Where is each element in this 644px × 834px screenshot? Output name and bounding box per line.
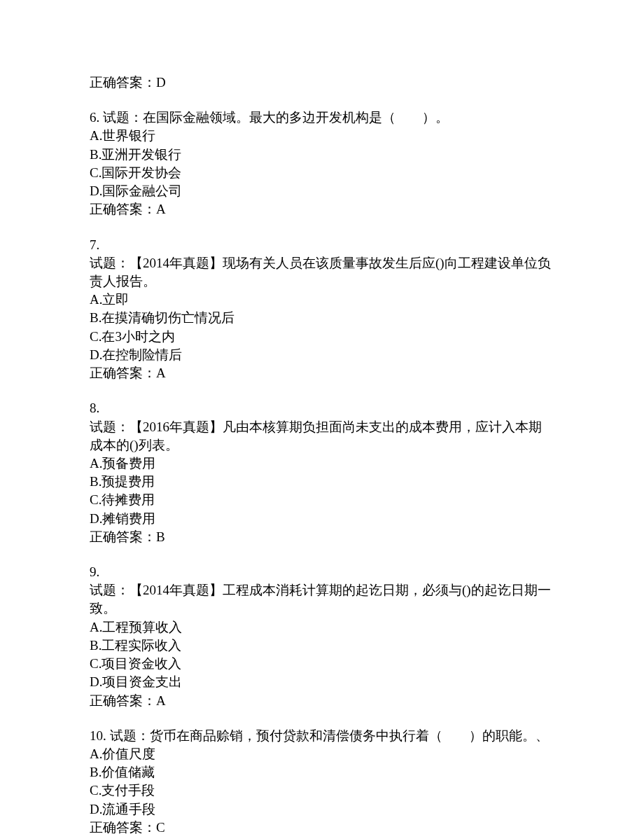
option-c: C.在3小时之内 bbox=[90, 328, 554, 346]
option-d: D.流通手段 bbox=[90, 800, 554, 819]
option-b: B.工程实际收入 bbox=[90, 637, 554, 655]
option-d: D.摊销费用 bbox=[90, 510, 554, 528]
answer-text: 正确答案：A bbox=[90, 364, 554, 382]
question-7: 7. 试题：【2014年真题】现场有关人员在该质量事故发生后应()向工程建设单位… bbox=[90, 236, 554, 383]
previous-answer: 正确答案：D bbox=[90, 74, 554, 92]
answer-text: 正确答案：A bbox=[90, 692, 554, 710]
option-d: D.项目资金支出 bbox=[90, 673, 554, 691]
answer-text: 正确答案：D bbox=[90, 74, 554, 92]
question-number: 7. bbox=[90, 236, 554, 254]
option-c: C.项目资金收入 bbox=[90, 655, 554, 673]
option-b: B.在摸清确切伤亡情况后 bbox=[90, 309, 554, 327]
question-9: 9. 试题：【2014年真题】工程成本消耗计算期的起讫日期，必须与()的起讫日期… bbox=[90, 563, 554, 710]
question-8: 8. 试题：【2016年真题】凡由本核算期负担面尚未支出的成本费用，应计入本期成… bbox=[90, 399, 554, 546]
question-text: 试题：【2014年真题】工程成本消耗计算期的起讫日期，必须与()的起讫日期一致。 bbox=[90, 581, 554, 618]
option-b: B.预提费用 bbox=[90, 473, 554, 491]
question-6: 6. 试题：在国际金融领域。最大的多边开发机构是（ ）。 A.世界银行 B.亚洲… bbox=[90, 109, 554, 218]
question-number: 9. bbox=[90, 563, 554, 581]
question-text: 试题：【2014年真题】现场有关人员在该质量事故发生后应()向工程建设单位负责人… bbox=[90, 254, 554, 291]
option-a: A.立即 bbox=[90, 291, 554, 309]
option-b: B.亚洲开发银行 bbox=[90, 146, 554, 164]
question-10: 10. 试题：货币在商品赊销，预付贷款和清偿债务中执行着（ ）的职能。、 A.价… bbox=[90, 727, 554, 834]
option-a: A.工程预算收入 bbox=[90, 618, 554, 637]
answer-text: 正确答案：C bbox=[90, 819, 554, 834]
question-text: 试题：在国际金融领域。最大的多边开发机构是（ ）。 bbox=[103, 110, 449, 125]
question-text: 试题：【2016年真题】凡由本核算期负担面尚未支出的成本费用，应计入本期成本的(… bbox=[90, 418, 554, 454]
answer-text: 正确答案：B bbox=[90, 528, 554, 546]
question-prompt: 10. 试题：货币在商品赊销，预付贷款和清偿债务中执行着（ ）的职能。、 bbox=[90, 727, 554, 745]
option-c: C.支付手段 bbox=[90, 781, 554, 800]
question-text: 试题：货币在商品赊销，预付贷款和清偿债务中执行着（ ）的职能。、 bbox=[110, 728, 549, 743]
option-a: A.价值尺度 bbox=[90, 745, 554, 763]
option-c: C.待摊费用 bbox=[90, 491, 554, 509]
option-a: A.世界银行 bbox=[90, 127, 554, 145]
option-d: D.在控制险情后 bbox=[90, 346, 554, 364]
option-d: D.国际金融公司 bbox=[90, 182, 554, 200]
option-a: A.预备费用 bbox=[90, 454, 554, 473]
option-c: C.国际开发协会 bbox=[90, 164, 554, 182]
answer-text: 正确答案：A bbox=[90, 200, 554, 218]
question-number: 10. bbox=[90, 728, 106, 743]
question-number: 8. bbox=[90, 399, 554, 417]
question-prompt: 6. 试题：在国际金融领域。最大的多边开发机构是（ ）。 bbox=[90, 109, 554, 127]
option-b: B.价值储藏 bbox=[90, 763, 554, 781]
question-number: 6. bbox=[90, 110, 99, 125]
